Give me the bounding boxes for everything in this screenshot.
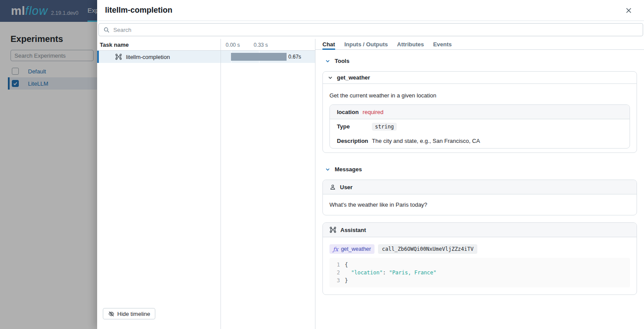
function-icon: ƒx xyxy=(333,246,338,253)
tool-name: get_weather xyxy=(337,74,370,81)
drawer-header: litellm-completion xyxy=(97,0,644,21)
tab-inputs-outputs[interactable]: Inputs / Outputs xyxy=(344,39,388,49)
code-line: 2 "location": "Paris, France" xyxy=(329,269,630,277)
code-line: 3 } xyxy=(329,277,630,284)
param-type-label: Type xyxy=(337,123,372,130)
search-input[interactable] xyxy=(113,27,638,33)
assistant-message-card: Assistant ƒx get_weather call_Zb6OWQi00N… xyxy=(322,222,637,295)
detail-tabs: Chat Inputs / Outputs Attributes Events xyxy=(315,39,644,50)
assistant-message-content: ƒx get_weather call_Zb6OWQi00NxUmeVljZZz… xyxy=(323,237,637,294)
task-name-column-header: Task name xyxy=(97,39,220,51)
chevron-down-icon xyxy=(325,59,330,64)
span-duration-label: 0.67s xyxy=(288,54,301,60)
user-message-card: User What's the weather like in Paris to… xyxy=(322,180,637,215)
param-description-value: The city and state, e.g., San Francisco,… xyxy=(372,138,480,144)
code-line: 1 { xyxy=(329,261,630,269)
param-description-label: Description xyxy=(337,138,372,144)
span-duration-bar[interactable] xyxy=(231,53,287,61)
tab-events[interactable]: Events xyxy=(433,39,452,49)
line-number: 3 xyxy=(329,277,340,284)
line-number: 2 xyxy=(329,269,340,277)
drawer-body: Task name litellm-completion Hide timeli… xyxy=(97,39,644,329)
models-icon xyxy=(115,53,122,60)
span-search-bar xyxy=(97,21,644,39)
close-icon xyxy=(625,7,632,14)
span-detail-panel: Chat Inputs / Outputs Attributes Events … xyxy=(315,39,644,329)
param-required-badge: required xyxy=(363,109,384,115)
param-header: location required xyxy=(330,105,630,119)
messages-section-label: Messages xyxy=(335,166,362,173)
user-message-header: User xyxy=(323,180,637,194)
tool-description: Get the current weather in a given locat… xyxy=(329,92,630,99)
param-name: location xyxy=(337,109,359,115)
close-button[interactable] xyxy=(625,7,633,14)
tool-card-get-weather: get_weather Get the current weather in a… xyxy=(322,71,637,153)
tool-card-header[interactable]: get_weather xyxy=(323,72,637,84)
trace-title: litellm-completion xyxy=(105,6,172,15)
axis-tick-1: 0.33 s xyxy=(254,42,268,48)
tool-call-name: get_weather xyxy=(341,246,371,252)
tool-call-id-chip[interactable]: call_Zb6OWQi00NxUmeVljZZz4iTV xyxy=(378,244,478,254)
tools-section-label: Tools xyxy=(335,58,350,64)
span-row-litellm-completion[interactable]: litellm-completion xyxy=(97,51,220,63)
hide-timeline-button[interactable]: Hide timeline xyxy=(103,308,155,319)
span-name: litellm-completion xyxy=(126,54,170,60)
trace-drawer: litellm-completion Task name xyxy=(97,0,644,329)
user-role-label: User xyxy=(340,184,353,190)
chevron-down-icon xyxy=(325,167,330,172)
tool-call-name-chip[interactable]: ƒx get_weather xyxy=(329,244,374,254)
chat-tab-content: Tools get_weather Get the current weathe… xyxy=(315,50,644,329)
hide-timeline-label: Hide timeline xyxy=(117,311,150,317)
axis-tick-0: 0.00 s xyxy=(226,42,240,48)
task-list-panel: Task name litellm-completion Hide timeli… xyxy=(97,39,220,329)
models-icon xyxy=(329,226,336,233)
user-message-content: What's the weather like in Paris today? xyxy=(323,194,637,215)
line-number: 1 xyxy=(329,261,340,269)
tool-card-body: Get the current weather in a given locat… xyxy=(323,84,637,152)
assistant-role-label: Assistant xyxy=(340,227,366,233)
timeline-row: 0.67s xyxy=(221,51,315,63)
eye-off-icon xyxy=(108,311,115,317)
timeline-panel: 0.00 s 0.33 s 0.67s xyxy=(220,39,315,329)
assistant-message-header: Assistant xyxy=(323,223,637,237)
user-icon xyxy=(329,184,336,190)
tool-call-chips: ƒx get_weather call_Zb6OWQi00NxUmeVljZZz… xyxy=(329,244,630,254)
param-card-location: location required Type string Descriptio… xyxy=(329,104,630,149)
tab-chat[interactable]: Chat xyxy=(322,39,335,49)
tools-section-header[interactable]: Tools xyxy=(325,58,637,64)
param-type-value: string xyxy=(372,123,397,131)
timeline-axis: 0.00 s 0.33 s xyxy=(221,39,315,51)
tab-attributes[interactable]: Attributes xyxy=(397,39,424,49)
search-icon xyxy=(103,27,110,33)
chevron-down-icon xyxy=(328,75,333,80)
modal-overlay[interactable] xyxy=(0,0,97,329)
param-description-row: Description The city and state, e.g., Sa… xyxy=(330,134,630,148)
tool-call-arguments-code: 1 { 2 "location": "Paris, France" 3 } xyxy=(329,258,630,287)
messages-section-header[interactable]: Messages xyxy=(325,166,637,173)
mlflow-app: mlflow 2.19.1.dev0 Experiments Experimen… xyxy=(0,0,644,329)
search-box[interactable] xyxy=(98,23,643,36)
param-type-row: Type string xyxy=(330,119,630,134)
